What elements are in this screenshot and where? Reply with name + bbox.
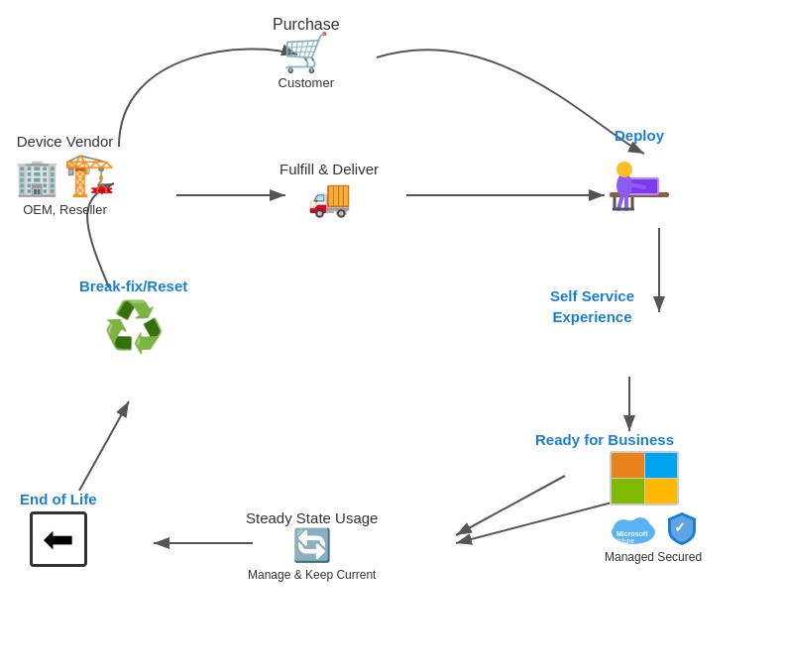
purchase-node: Purchase 🛒 Customer xyxy=(273,12,340,90)
svg-point-13 xyxy=(617,162,632,177)
purchase-icon: 🛒 xyxy=(282,34,329,71)
win-tile-orange xyxy=(612,453,644,478)
win-tile-yellow xyxy=(645,479,678,504)
fulfill-deliver-node: Fulfill & Deliver 🚚 xyxy=(280,157,379,219)
windows-start-tiles xyxy=(610,451,679,505)
win-tile-blue xyxy=(645,453,678,478)
svg-line-7 xyxy=(456,501,619,543)
shield-icon: ✓ xyxy=(666,510,698,546)
svg-line-15 xyxy=(618,195,622,209)
recycle-icon: ♻️ xyxy=(103,298,165,356)
ready-for-business-node: Ready for Business xyxy=(535,431,674,452)
lifecycle-diagram: Purchase 🛒 Customer Device Vendor 🏢 🏗️ O… xyxy=(0,0,785,672)
building-icon-1: 🏢 xyxy=(15,157,59,198)
building-icon-2: 🏗️ xyxy=(63,150,115,198)
break-fix-node: Break-fix/Reset ♻️ xyxy=(79,278,187,356)
sync-icon: 🔄 xyxy=(292,526,332,564)
svg-text:Intune: Intune xyxy=(617,537,634,544)
person-desk-icon xyxy=(605,148,674,212)
end-of-life-node: End of Life ⬅ xyxy=(20,491,97,567)
svg-line-6 xyxy=(79,401,129,491)
win-tile-green xyxy=(612,479,644,504)
svg-text:Microsoft: Microsoft xyxy=(617,530,648,537)
cloud-shield-group: Microsoft Intune ✓ xyxy=(609,510,698,546)
building-icons: 🏢 🏗️ xyxy=(15,150,115,198)
svg-text:✓: ✓ xyxy=(674,519,686,535)
managed-secured-node: Microsoft Intune ✓ Managed Secured xyxy=(605,510,702,564)
self-service-node: Self Service Experience xyxy=(550,287,634,329)
exit-door-icon: ⬅ xyxy=(30,511,87,567)
deploy-node: Deploy xyxy=(605,127,674,212)
cloud-icon: Microsoft Intune xyxy=(609,510,658,546)
device-vendor-node: Device Vendor 🏢 🏗️ OEM, Reseller xyxy=(15,129,115,217)
truck-icon: 🚚 xyxy=(307,177,352,219)
steady-state-node: Steady State Usage 🔄 Manage & Keep Curre… xyxy=(246,505,378,582)
svg-line-4 xyxy=(456,476,565,535)
